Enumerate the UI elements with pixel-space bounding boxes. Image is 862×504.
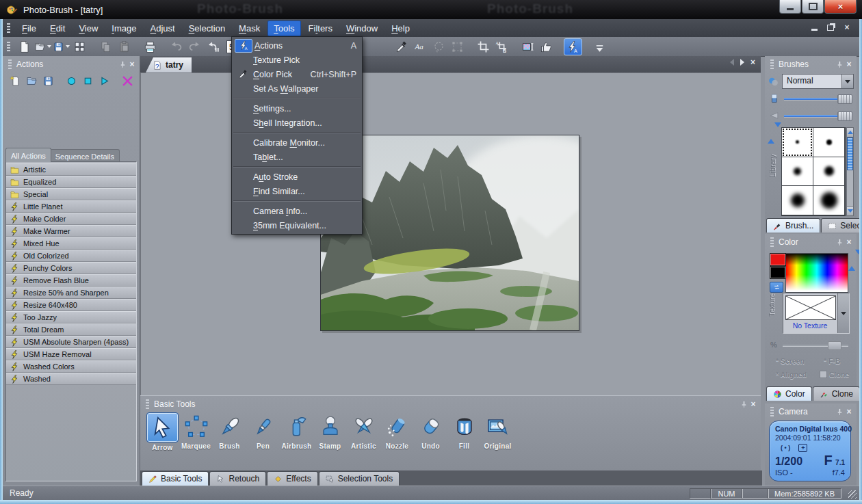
tools-menu-item-color-pick[interactable]: Color PickCtrl+Shift+P bbox=[232, 67, 362, 81]
maximize-button[interactable] bbox=[802, 0, 824, 14]
prev-tab-icon[interactable] bbox=[730, 59, 734, 66]
menu-item-tools[interactable]: Tools bbox=[267, 21, 300, 36]
undo-history-icon[interactable] bbox=[205, 39, 222, 55]
opacity-slider-handle[interactable] bbox=[837, 94, 852, 104]
menu-item-help[interactable]: Help bbox=[385, 21, 416, 36]
close-panel-icon[interactable]: × bbox=[127, 59, 137, 69]
rate-icon[interactable] bbox=[538, 39, 555, 55]
crop-icon[interactable] bbox=[475, 39, 492, 55]
brush-scrollbar[interactable] bbox=[846, 127, 854, 216]
tools-menu-item-texture-pick[interactable]: Texture Pick bbox=[232, 53, 362, 67]
menu-item-view[interactable]: View bbox=[73, 21, 104, 36]
actions-tab-sequence-details[interactable]: Sequence Details bbox=[50, 149, 120, 162]
tools-menu-item-settings[interactable]: Settings... bbox=[232, 101, 362, 116]
brush-cell-1[interactable] bbox=[781, 127, 813, 157]
tools-menu-item-camera-info[interactable]: Camera Info... bbox=[232, 204, 362, 218]
mdi-restore-button[interactable] bbox=[825, 23, 836, 32]
toolbar-grip[interactable] bbox=[7, 42, 10, 51]
panel-tab-basic-tools[interactable]: Basic Tools bbox=[142, 471, 209, 486]
pin-icon[interactable] bbox=[835, 238, 844, 247]
menu-item-mask[interactable]: Mask bbox=[233, 21, 266, 36]
mdi-close-button[interactable]: × bbox=[841, 23, 852, 32]
tools-menu-item-35mm-equivalent[interactable]: 35mm Equivalent... bbox=[232, 218, 362, 233]
panel-tab-effects[interactable]: Effects bbox=[267, 471, 317, 486]
menu-item-adjust[interactable]: Adjust bbox=[144, 21, 181, 36]
color-grip[interactable] bbox=[770, 237, 774, 247]
brush-cell-3[interactable] bbox=[781, 157, 813, 187]
tools-menu-item-actions[interactable]: AActionsA bbox=[232, 38, 362, 53]
image-mode-icon[interactable] bbox=[519, 39, 536, 55]
tool-airbrush[interactable]: Airbrush bbox=[280, 412, 313, 451]
tool-marquee[interactable]: Marquee bbox=[179, 412, 213, 451]
action-item-usm-haze-removal[interactable]: USM Haze Removal bbox=[6, 348, 136, 360]
swap-colors-button[interactable] bbox=[770, 282, 783, 293]
panel-tab-selection-tools[interactable]: Selection Tools bbox=[319, 471, 400, 486]
size-slider-handle[interactable] bbox=[837, 111, 852, 121]
tool-undo[interactable]: Undo bbox=[414, 412, 447, 451]
open-file-icon[interactable] bbox=[34, 39, 51, 55]
brushes-tab-brush[interactable]: Brush... bbox=[766, 218, 820, 233]
close-panel-icon[interactable]: × bbox=[748, 399, 758, 409]
minimize-button[interactable] bbox=[779, 0, 801, 14]
menubar-grip[interactable] bbox=[7, 23, 10, 33]
background-swatch[interactable] bbox=[770, 266, 786, 279]
tool-nozzle[interactable]: Nozzle bbox=[380, 412, 414, 451]
action-item-equalized[interactable]: Equalized bbox=[6, 176, 136, 188]
actions-tab-all-actions[interactable]: All Actions bbox=[5, 148, 51, 162]
next-tab-icon[interactable] bbox=[740, 59, 744, 66]
action-item-make-colder[interactable]: Make Colder bbox=[6, 213, 136, 225]
new-action-button[interactable] bbox=[7, 74, 23, 88]
menu-item-edit[interactable]: Edit bbox=[44, 21, 71, 36]
tools-menu-item-tablet[interactable]: Tablet... bbox=[232, 150, 362, 164]
tool-stamp[interactable]: Stamp bbox=[313, 412, 347, 451]
open-action-button[interactable] bbox=[23, 74, 40, 88]
action-item-usm-absolute-sharpen-4pass[interactable]: USM Absolute Sharpen (4pass) bbox=[6, 336, 136, 348]
basic-tools-grip[interactable] bbox=[146, 399, 149, 409]
action-item-make-warmer[interactable]: Make Warmer bbox=[6, 225, 136, 237]
close-panel-icon[interactable]: × bbox=[844, 407, 854, 416]
spin-down-icon[interactable] bbox=[774, 122, 781, 139]
menu-item-selection[interactable]: Selection bbox=[183, 21, 231, 36]
color-tab-color[interactable]: Color bbox=[766, 386, 812, 401]
blend-mode-dropdown-button[interactable] bbox=[841, 75, 853, 88]
actions-toggle-icon[interactable]: A bbox=[564, 38, 582, 55]
mdi-minimize-button[interactable] bbox=[809, 23, 820, 32]
color-tab-clone[interactable]: Clone bbox=[813, 386, 860, 401]
tool-fill[interactable]: Fill bbox=[447, 412, 481, 451]
actions-panel-grip[interactable] bbox=[8, 59, 12, 69]
panel-tab-retouch[interactable]: Retouch bbox=[209, 471, 266, 486]
more-tools-icon[interactable] bbox=[591, 39, 608, 55]
tools-menu-item-auto-stroke[interactable]: Auto Stroke bbox=[232, 170, 362, 184]
print-icon[interactable] bbox=[142, 39, 159, 55]
brush-cell-4[interactable] bbox=[813, 157, 845, 187]
save-file-icon-dropdown[interactable] bbox=[66, 45, 70, 48]
action-item-washed[interactable]: Washed bbox=[6, 373, 136, 385]
action-item-remove-flash-blue[interactable]: Remove Flash Blue bbox=[6, 274, 136, 287]
brushes-tab-selec[interactable]: Selec... bbox=[821, 218, 862, 233]
menu-item-file[interactable]: File bbox=[16, 21, 42, 36]
action-item-washed-colors[interactable]: Washed Colors bbox=[6, 360, 136, 373]
texture-preview[interactable] bbox=[785, 295, 836, 320]
size-slider[interactable] bbox=[784, 111, 852, 120]
close-panel-icon[interactable]: × bbox=[844, 59, 854, 69]
save-file-icon[interactable] bbox=[53, 39, 70, 55]
tool-artistic[interactable]: Artistic bbox=[347, 412, 380, 451]
blend-mode-select[interactable]: Normal bbox=[782, 74, 854, 89]
action-item-total-dream[interactable]: Total Dream bbox=[6, 323, 136, 336]
color-spectrum[interactable] bbox=[785, 253, 848, 293]
opacity-slider[interactable] bbox=[784, 94, 852, 103]
foreground-swatch[interactable] bbox=[770, 253, 786, 266]
brush-cell-5[interactable] bbox=[781, 185, 813, 215]
tools-menu-item-set-as-wallpaper[interactable]: Set As Wallpaper bbox=[232, 81, 362, 96]
texture-dropdown-button[interactable] bbox=[837, 293, 849, 333]
pin-icon[interactable] bbox=[118, 60, 127, 69]
tools-menu-item-calibrate-monitor[interactable]: Calibrate Monitor... bbox=[232, 135, 362, 150]
tool-pen[interactable]: Pen bbox=[246, 412, 280, 451]
delete-action-button[interactable] bbox=[119, 74, 135, 88]
action-item-special[interactable]: Special bbox=[6, 188, 136, 200]
close-button[interactable]: × bbox=[824, 0, 857, 14]
save-action-button[interactable] bbox=[40, 74, 56, 88]
tools-menu-item-find-similar[interactable]: Find Similar... bbox=[232, 184, 362, 198]
pin-icon[interactable] bbox=[835, 60, 844, 69]
menu-item-window[interactable]: Window bbox=[340, 21, 384, 36]
